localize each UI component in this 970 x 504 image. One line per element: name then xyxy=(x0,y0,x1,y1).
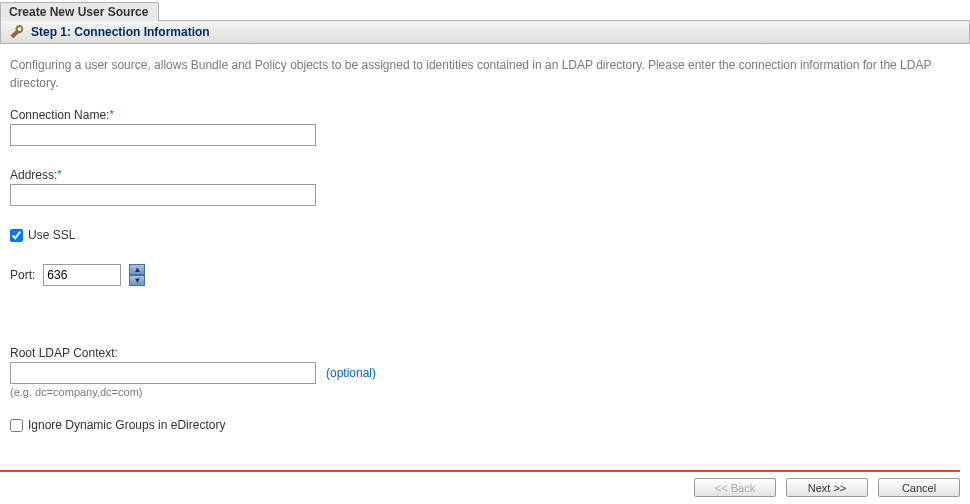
connection-name-input[interactable] xyxy=(10,124,316,146)
ignore-dynamic-label: Ignore Dynamic Groups in eDirectory xyxy=(28,418,225,432)
next-button[interactable]: Next >> xyxy=(786,478,868,497)
port-group: Port: ▲ ▼ xyxy=(10,264,960,286)
use-ssl-checkbox[interactable] xyxy=(10,229,23,242)
address-label: Address:* xyxy=(10,168,960,182)
root-context-label: Root LDAP Context: xyxy=(10,346,960,360)
use-ssl-group: Use SSL xyxy=(10,228,960,242)
required-mark: * xyxy=(109,108,113,120)
port-input[interactable] xyxy=(43,264,121,286)
step-title: Step 1: Connection Information xyxy=(31,25,210,39)
port-spinner: ▲ ▼ xyxy=(129,264,145,286)
intro-text: Configuring a user source, allows Bundle… xyxy=(10,56,960,92)
port-label: Port: xyxy=(10,268,35,282)
ignore-dynamic-checkbox[interactable] xyxy=(10,419,23,432)
tab-title: Create New User Source xyxy=(9,5,148,19)
port-spinner-down[interactable]: ▼ xyxy=(129,275,145,286)
required-mark: * xyxy=(57,168,61,180)
use-ssl-label: Use SSL xyxy=(28,228,75,242)
back-button: << Back xyxy=(694,478,776,497)
port-spinner-up[interactable]: ▲ xyxy=(129,264,145,275)
connection-name-group: Connection Name:* xyxy=(10,108,960,146)
divider xyxy=(0,470,960,472)
tab-bar: Create New User Source xyxy=(0,0,970,21)
root-context-input[interactable] xyxy=(10,362,316,384)
address-input[interactable] xyxy=(10,184,316,206)
root-context-group: Root LDAP Context: (optional) (e.g. dc=c… xyxy=(10,346,960,398)
connection-name-label: Connection Name:* xyxy=(10,108,960,122)
cancel-button[interactable]: Cancel xyxy=(878,478,960,497)
wizard-buttons: << Back Next >> Cancel xyxy=(0,478,970,503)
form-content: Configuring a user source, allows Bundle… xyxy=(0,44,970,468)
ignore-dynamic-group: Ignore Dynamic Groups in eDirectory xyxy=(10,418,960,432)
step-header: Step 1: Connection Information xyxy=(0,21,970,44)
wrench-icon xyxy=(9,24,25,40)
tab-create-user-source[interactable]: Create New User Source xyxy=(0,2,159,21)
optional-text: (optional) xyxy=(326,366,376,380)
address-group: Address:* xyxy=(10,168,960,206)
root-context-hint: (e.g. dc=company,dc=com) xyxy=(10,386,960,398)
